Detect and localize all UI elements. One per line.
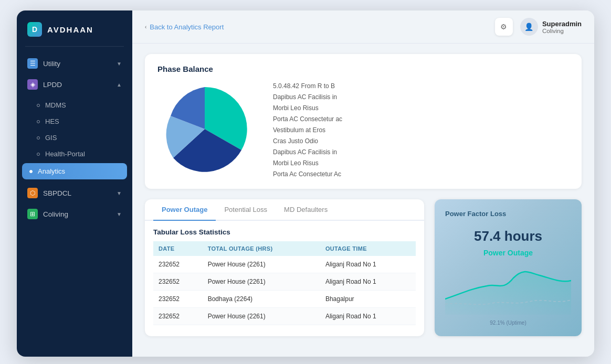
cell-date: 232652 [153,256,203,273]
topbar-right: ⚙ 👤 Superadmin Coliving [495,18,582,36]
sidebar-item-analytics[interactable]: Analytics [22,163,127,179]
cell-outage: Bodhaya (2264) [203,291,320,308]
lpdd-icon: ◈ [27,79,38,90]
sidebar-item-mdms[interactable]: MDMS [17,97,132,113]
cell-time: Aliganj Road No 1 [320,273,416,291]
sbpdcl-label: SBPDCL [43,189,71,197]
power-factor-label: Power Outage [445,249,571,257]
legend-item: Morbi Leo Risus [273,104,569,112]
gear-button[interactable]: ⚙ [495,18,513,36]
cell-date: 232652 [153,308,203,325]
legend-item: Porta Ac Consectetur Ac [273,170,569,178]
topbar: ‹ Back to Analytics Report ⚙ 👤 Superadmi… [132,10,594,44]
logo-icon: D [27,22,42,37]
tab-power-outage[interactable]: Power Outage [153,199,216,221]
user-text: Superadmin Coliving [542,20,582,34]
sidebar-item-hes[interactable]: HES [17,113,132,130]
table-header-row: Date Total Outage (HRS) Outage Time [153,241,416,256]
avatar: 👤 [520,18,538,36]
utility-icon: ☰ [27,58,38,69]
hes-label: HES [45,117,59,125]
tab-md-defaulters[interactable]: MD Defaulters [276,199,336,221]
user-role: Coliving [542,28,582,34]
mdms-label: MDMS [45,101,66,109]
sidebar-item-sbpdcl[interactable]: ⬡ SBPDCL ▼ [17,183,132,204]
legend-item: Dapibus AC Facilisis in [273,148,569,156]
legend-item: Cras Justo Odio [273,137,569,145]
breadcrumb[interactable]: ‹ Back to Analytics Report [145,23,224,31]
pie-chart [157,82,252,178]
utility-chevron: ▼ [117,61,122,67]
analytics-dot [29,170,33,173]
cell-time: Bhagalpur [320,291,416,308]
breadcrumb-back-icon: ‹ [145,24,146,30]
phase-balance-inner: 5.0.48.42 From R to B Dapibus AC Facilis… [157,82,569,178]
table-section: Tabular Loss Statistics Date Total Outag… [145,221,424,333]
health-portal-dot [37,153,40,156]
hes-dot [37,120,40,123]
main-content: ‹ Back to Analytics Report ⚙ 👤 Superadmi… [132,10,594,357]
coliving-icon: ⊞ [27,209,38,219]
col-time: Outage Time [320,241,416,256]
user-info: 👤 Superadmin Coliving [520,18,582,36]
power-factor-panel: Power Factor Loss 57.4 hours Power Outag… [435,199,582,336]
phase-balance-card: Phase Balance [145,54,582,189]
sidebar-item-coliving[interactable]: ⊞ Coliving ▼ [17,204,132,224]
mdms-dot [37,104,40,107]
lpdd-chevron: ▲ [117,82,122,88]
table-title: Tabular Loss Statistics [153,228,416,236]
cell-outage: Power House (2261) [203,273,320,291]
tab-potential-loss[interactable]: Potential Loss [216,199,276,221]
sidebar: D AVDHAAN ☰ Utility ▼ ◈ LPDD ▲ [17,10,132,357]
power-factor-chart [445,262,571,317]
sidebar-logo: D AVDHAAN [17,10,132,46]
content-area: Phase Balance [132,44,594,357]
legend-item: Porta AC Consectetur ac [273,115,569,123]
coliving-label: Coliving [43,210,68,218]
gear-icon: ⚙ [500,23,507,31]
coliving-chevron: ▼ [117,211,122,217]
table-row: 232652 Power House (2261) Aliganj Road N… [153,273,416,291]
sidebar-nav: ☰ Utility ▼ ◈ LPDD ▲ MDMS [17,47,132,357]
phase-balance-title: Phase Balance [157,65,569,73]
cell-outage: Power House (2261) [203,256,320,273]
sidebar-item-gis[interactable]: GIS [17,130,132,146]
power-factor-hours: 57.4 hours [445,228,571,244]
table-row: 232652 Power House (2261) Aliganj Road N… [153,256,416,273]
legend-list: 5.0.48.42 From R to B Dapibus AC Facilis… [273,82,569,178]
left-panel: Power Outage Potential Loss MD Defaulter… [145,199,424,336]
col-date: Date [153,241,203,256]
sbpdcl-chevron: ▼ [117,190,122,196]
lpdd-subnav: MDMS HES GIS Health-Portal Analytics [17,95,132,183]
gis-label: GIS [45,134,57,142]
table-row: 232652 Bodhaya (2264) Bhagalpur [153,291,416,308]
sbpdcl-icon: ⬡ [27,188,38,198]
sidebar-item-health-portal[interactable]: Health-Portal [17,146,132,162]
legend-item: Morbi Leo Risus [273,159,569,167]
bottom-row: Power Outage Potential Loss MD Defaulter… [145,199,582,336]
cell-date: 232652 [153,273,203,291]
analytics-label: Analytics [38,167,65,175]
sidebar-item-utility[interactable]: ☰ Utility ▼ [17,53,132,74]
loss-table: Date Total Outage (HRS) Outage Time 2326… [153,241,416,325]
sidebar-item-lpdd[interactable]: ◈ LPDD ▲ [17,74,132,95]
power-factor-title: Power Factor Loss [445,210,571,218]
tab-bar: Power Outage Potential Loss MD Defaulter… [145,199,424,221]
gis-dot [37,136,40,140]
cell-outage: Power House (2261) [203,308,320,325]
cell-time: Aliganj Road No 1 [320,256,416,273]
cell-time: Aliganj Road No 1 [320,308,416,325]
breadcrumb-label: Back to Analytics Report [150,23,224,31]
uptime-label: 92.1% (Uptime) [445,320,571,326]
user-name: Superadmin [542,20,582,28]
health-portal-label: Health-Portal [45,150,85,158]
logo-text: AVDHAAN [47,25,93,34]
col-outage: Total Outage (HRS) [203,241,320,256]
table-row: 232652 Power House (2261) Aliganj Road N… [153,308,416,325]
legend-item: Vestibulum at Eros [273,126,569,134]
legend-item: 5.0.48.42 From R to B [273,82,569,90]
lpdd-label: LPDD [43,81,62,89]
utility-label: Utility [43,60,60,68]
legend-item: Dapibus AC Facilisis in [273,93,569,101]
cell-date: 232652 [153,291,203,308]
